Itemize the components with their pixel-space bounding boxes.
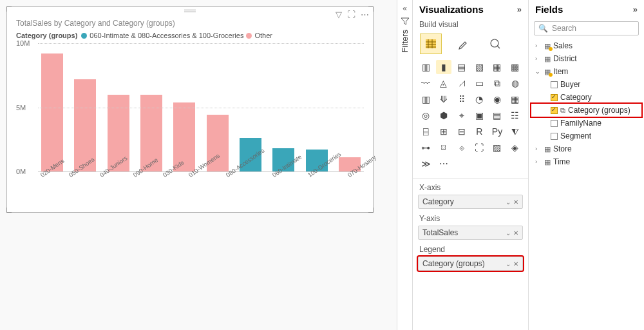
viz-type-button[interactable]: ⧉	[489, 76, 506, 90]
viz-type-button[interactable]: ⋯	[436, 157, 452, 171]
table-icon: ▦	[544, 68, 551, 76]
fields-panel: Fields» 🔍Search ›▦Sales›▦District⌄▦ItemB…	[528, 0, 644, 330]
viz-type-button[interactable]: Py	[489, 124, 506, 139]
viz-type-button[interactable]: ⛶	[471, 141, 488, 155]
table-icon: ▦	[544, 145, 551, 153]
viz-type-button[interactable]: ⠿	[453, 92, 469, 106]
y-tick-label: 0M	[16, 168, 26, 175]
checkbox[interactable]	[551, 120, 558, 127]
viz-type-button[interactable]: ◔	[471, 92, 488, 106]
filters-rail[interactable]: « Filters	[397, 0, 412, 330]
checkbox[interactable]	[551, 133, 558, 140]
viz-type-button[interactable]: ⩘	[453, 76, 469, 90]
viz-type-button[interactable]: ▩	[507, 60, 523, 74]
viz-type-button[interactable]: ▮	[436, 60, 452, 74]
table-icon: ▦	[544, 42, 551, 50]
x-axis-well[interactable]: Category⌄✕	[418, 195, 523, 209]
viz-type-button[interactable]: ▥	[418, 92, 434, 106]
viz-type-button[interactable]: ▦	[507, 92, 523, 106]
checkbox[interactable]	[551, 94, 558, 101]
chevron-left-icon[interactable]: «	[402, 4, 407, 13]
build-visual-tab[interactable]	[421, 34, 441, 53]
table-node[interactable]: ›▦Sales	[531, 39, 641, 52]
viz-type-button[interactable]: ◬	[436, 76, 452, 90]
chevron-down-icon: ⌄	[506, 260, 511, 267]
filter-icon	[401, 17, 410, 26]
report-canvas[interactable]: ▽ ⛶ ⋯ TotalSales by Category and Categor…	[0, 0, 397, 330]
y-tick-label: 10M	[16, 39, 30, 47]
viz-type-button[interactable]: ▧	[471, 60, 488, 74]
viz-type-button[interactable]: 〰	[418, 76, 434, 90]
panel-title: Visualizations	[419, 4, 484, 15]
search-input[interactable]: 🔍Search	[534, 21, 639, 35]
viz-type-button[interactable]: ⟐	[453, 141, 469, 155]
viz-type-button[interactable]: ▤	[453, 60, 469, 74]
viz-type-button[interactable]: ⌖	[453, 108, 469, 122]
close-icon: ✕	[513, 260, 518, 267]
chevron-right-icon[interactable]: »	[517, 5, 522, 14]
viz-type-button[interactable]: ⊞	[436, 124, 452, 139]
table-node[interactable]: ›▦District	[531, 52, 641, 65]
field-node[interactable]: ⧉Category (groups)	[531, 104, 641, 117]
viz-type-button[interactable]: ≫	[418, 157, 434, 171]
viz-type-button[interactable]: R	[471, 124, 488, 139]
chart-plot-area: 0M5M10M	[38, 43, 364, 172]
table-icon: ▦	[544, 55, 551, 63]
field-node[interactable]: FamilyNane	[531, 117, 641, 130]
field-node[interactable]: Category	[531, 91, 641, 104]
focus-icon[interactable]: ⛶	[347, 10, 355, 19]
chevron-right-icon[interactable]: »	[633, 5, 638, 14]
legend-label: Legend	[413, 241, 528, 255]
field-node[interactable]: Buyer	[531, 78, 641, 91]
chevron-down-icon: ⌄	[506, 199, 511, 206]
table-node[interactable]: ›▦Time	[531, 155, 641, 168]
viz-type-button[interactable]: ⌑	[436, 141, 452, 155]
group-icon: ⧉	[560, 106, 565, 115]
viz-type-button[interactable]: ▨	[489, 141, 506, 155]
viz-type-button[interactable]: ▭	[471, 76, 488, 90]
viz-type-button[interactable]: ▦	[489, 60, 506, 74]
filter-icon[interactable]: ▽	[336, 10, 342, 19]
viz-type-button[interactable]: ▣	[471, 108, 488, 122]
viz-type-button[interactable]: ▥	[418, 60, 434, 74]
more-icon[interactable]: ⋯	[361, 10, 369, 19]
y-axis-well[interactable]: TotalSales⌄✕	[418, 226, 523, 240]
chevron-down-icon: ⌄	[506, 229, 511, 237]
checkbox[interactable]	[551, 81, 558, 88]
viz-type-button[interactable]: ◍	[507, 76, 523, 90]
close-icon: ✕	[513, 229, 518, 237]
y-tick-label: 5M	[16, 104, 26, 112]
table-node[interactable]: ⌄▦Item	[531, 65, 641, 78]
format-visual-tab[interactable]	[453, 34, 473, 53]
y-axis-label: Y-axis	[413, 210, 528, 224]
legend-well[interactable]: Category (groups)⌄✕	[418, 257, 523, 271]
viz-type-button[interactable]: ◈	[507, 141, 523, 155]
x-axis-label: X-axis	[413, 179, 528, 193]
table-icon: ▦	[544, 158, 551, 166]
chart-visual[interactable]: ▽ ⛶ ⋯ TotalSales by Category and Categor…	[6, 6, 374, 213]
drag-handle-icon[interactable]	[184, 10, 196, 12]
viz-type-button[interactable]: ⟱	[436, 92, 452, 106]
checkbox[interactable]	[551, 107, 558, 114]
viz-type-button[interactable]: ▤	[489, 108, 506, 122]
chart-legend: Category (groups) 060-Intimate & 080-Acc…	[7, 32, 373, 43]
viz-type-button[interactable]: ◉	[489, 92, 506, 106]
viz-type-button[interactable]: ⊟	[453, 124, 469, 139]
viz-type-button[interactable]: ☷	[507, 108, 523, 122]
search-icon: 🔍	[538, 24, 548, 33]
table-node[interactable]: ›▦Store	[531, 142, 641, 155]
viz-type-button[interactable]: ⌸	[418, 124, 434, 139]
panel-title: Fields	[535, 4, 563, 15]
build-visual-label: Build visual	[413, 19, 528, 30]
analytics-tab[interactable]	[485, 34, 506, 53]
close-icon: ✕	[513, 199, 518, 206]
viz-type-button[interactable]: ⊶	[418, 141, 434, 155]
viz-type-button[interactable]: ◎	[418, 108, 434, 122]
visualizations-panel: Visualizations» Build visual ▥▮▤▧▦▩〰◬⩘▭⧉…	[412, 0, 528, 330]
viz-type-button[interactable]: ⧨	[507, 124, 523, 139]
viz-type-button[interactable]: ⬢	[436, 108, 452, 122]
field-node[interactable]: Segment	[531, 130, 641, 142]
